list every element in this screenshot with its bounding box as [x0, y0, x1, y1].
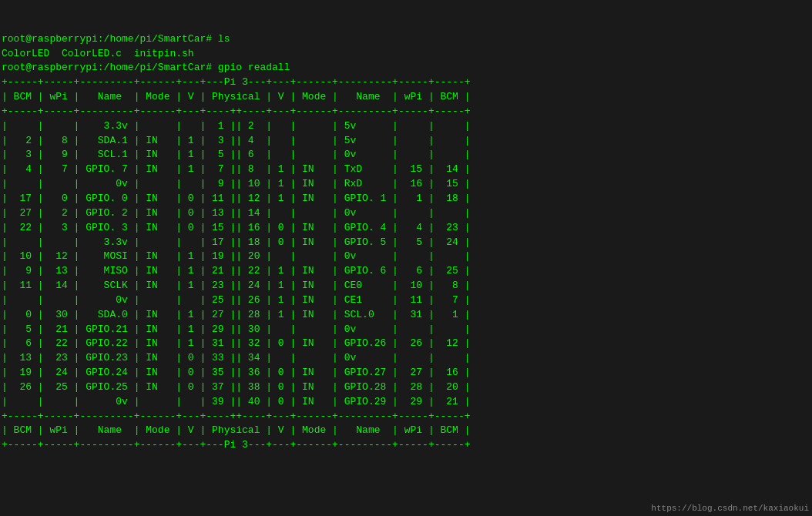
table-line: | 2 | 8 | SDA.1 | IN | 1 | 3 || 4 | | | …	[2, 134, 810, 149]
table-line: | 19 | 24 | GPIO.24 | IN | 0 | 35 || 36 …	[2, 366, 810, 380]
table-line: | 22 | 3 | GPIO. 3 | IN | 0 | 15 || 16 |…	[2, 221, 810, 236]
table-line: | BCM | wPi | Name | Mode | V | Physical…	[2, 424, 810, 438]
table-line: +-----+-----+---------+------+---+----++…	[2, 410, 810, 424]
table-line: | | | 0v | | | 25 || 26 | 1 | IN | CE1 |…	[2, 293, 810, 308]
table-line: | 10 | 12 | MOSI | IN | 1 | 19 || 20 | |…	[2, 250, 810, 264]
table-line: | BCM | wPi | Name | Mode | V | Physical…	[2, 90, 810, 105]
table-line: | 26 | 25 | GPIO.25 | IN | 0 | 37 || 38 …	[2, 380, 810, 395]
table-line: +-----+-----+---------+------+---+---Pi …	[2, 438, 810, 453]
table-line: | 0 | 30 | SDA.0 | IN | 1 | 27 || 28 | 1…	[2, 308, 810, 323]
table-line: +-----+-----+---------+------+---+---Pi …	[2, 75, 810, 90]
prompt-line: root@raspberrypi:/home/pi/SmartCar# gpio…	[2, 61, 810, 75]
table-line: | 9 | 13 | MISO | IN | 1 | 21 || 22 | 1 …	[2, 264, 810, 279]
table-line: +-----+-----+---------+------+---+----++…	[2, 105, 810, 119]
table-line: | 3 | 9 | SCL.1 | IN | 1 | 5 || 6 | | | …	[2, 148, 810, 163]
table-line: | | | 3.3v | | | 1 || 2 | | | 5v | | |	[2, 119, 810, 134]
terminal: root@raspberrypi:/home/pi/SmartCar# lsCo…	[0, 0, 812, 471]
table-line: | 6 | 22 | GPIO.22 | IN | 1 | 31 || 32 |…	[2, 337, 810, 351]
table-line: | 13 | 23 | GPIO.23 | IN | 0 | 33 || 34 …	[2, 351, 810, 366]
table-line: ColorLED ColorLED.c initpin.sh	[2, 47, 810, 62]
table-line: | | | 0v | | | 39 || 40 | 0 | IN | GPIO.…	[2, 395, 810, 410]
table-line: | 27 | 2 | GPIO. 2 | IN | 0 | 13 || 14 |…	[2, 206, 810, 221]
table-line: | 5 | 21 | GPIO.21 | IN | 1 | 29 || 30 |…	[2, 323, 810, 337]
table-line: | 11 | 14 | SCLK | IN | 1 | 23 || 24 | 1…	[2, 279, 810, 293]
table-line: | 4 | 7 | GPIO. 7 | IN | 1 | 7 || 8 | 1 …	[2, 163, 810, 177]
table-line: | | | 0v | | | 9 || 10 | 1 | IN | RxD | …	[2, 177, 810, 192]
table-line: | | | 3.3v | | | 17 || 18 | 0 | IN | GPI…	[2, 236, 810, 250]
prompt-line: root@raspberrypi:/home/pi/SmartCar# ls	[2, 32, 810, 47]
table-line: | 17 | 0 | GPIO. 0 | IN | 0 | 11 || 12 |…	[2, 192, 810, 206]
watermark: https://blog.csdn.net/kaxiaokui	[651, 504, 809, 513]
